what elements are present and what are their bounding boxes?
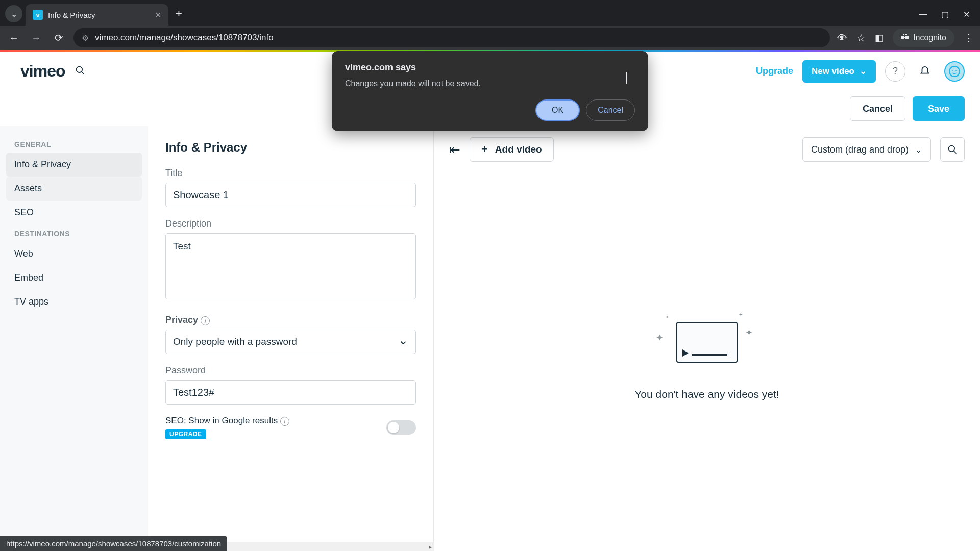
browser-toolbar: ← → ⟳ ⚙ vimeo.com/manage/showcases/10878…: [0, 26, 980, 50]
svg-point-2: [949, 66, 960, 77]
browser-titlebar: ⌄ v Info & Privacy ✕ + ― ▢ ✕: [0, 0, 980, 26]
incognito-label: Incognito: [913, 33, 946, 42]
upgrade-badge[interactable]: UPGRADE: [165, 429, 206, 439]
upgrade-link[interactable]: Upgrade: [756, 66, 793, 77]
sparkle-icon: ✦: [745, 327, 753, 338]
videos-panel: ⇤ + Add video Custom (drag and drop) ⌄ ✦…: [434, 126, 980, 551]
confirm-dialog: vimeo.com says Changes you made will not…: [332, 51, 648, 131]
settings-sidebar: GENERAL Info & Privacy Assets SEO DESTIN…: [0, 126, 148, 551]
add-video-label: Add video: [495, 144, 542, 155]
page-title: Info & Privacy: [165, 140, 416, 155]
seo-toggle-row: SEO: Show in Google results i UPGRADE: [165, 416, 416, 439]
cancel-button[interactable]: Cancel: [850, 96, 905, 121]
svg-point-4: [955, 70, 957, 71]
svg-line-1: [82, 71, 84, 74]
seo-toggle[interactable]: [386, 420, 416, 435]
tab-title: Info & Privacy: [48, 11, 150, 19]
vimeo-favicon: v: [33, 10, 43, 20]
search-icon[interactable]: [75, 65, 85, 78]
new-video-label: New video: [812, 66, 854, 77]
page-content: vimeo Upgrade New video ⌄ ? Cancel Save …: [0, 50, 980, 551]
close-tab-icon[interactable]: ✕: [155, 10, 161, 20]
dialog-title: vimeo.com says: [345, 62, 635, 73]
reload-button[interactable]: ⟳: [51, 32, 66, 44]
title-label: Title: [165, 168, 416, 179]
text-cursor: [626, 72, 627, 84]
sidebar-item-embed[interactable]: Embed: [6, 266, 142, 290]
incognito-icon: 🕶: [901, 33, 909, 42]
main-layout: GENERAL Info & Privacy Assets SEO DESTIN…: [0, 126, 980, 551]
password-input[interactable]: [165, 380, 416, 405]
description-label: Description: [165, 218, 416, 229]
add-video-button[interactable]: + Add video: [470, 137, 554, 162]
save-button[interactable]: Save: [913, 96, 965, 121]
sidebar-section-general: GENERAL: [6, 135, 142, 153]
sort-select[interactable]: Custom (drag and drop) ⌄: [802, 137, 931, 162]
menu-icon[interactable]: ⋮: [964, 32, 974, 44]
chevron-down-icon: ⌄: [11, 9, 17, 19]
dialog-cancel-button[interactable]: Cancel: [586, 99, 635, 121]
sidebar-item-seo[interactable]: SEO: [6, 201, 142, 224]
dialog-ok-button[interactable]: OK: [535, 99, 580, 121]
info-icon[interactable]: i: [201, 316, 210, 325]
empty-illustration: ✦ ✦ • ✦: [656, 312, 758, 373]
sidebar-section-destinations: DESTINATIONS: [6, 224, 142, 242]
tab-search-button[interactable]: ⌄: [5, 5, 22, 22]
incognito-badge[interactable]: 🕶 Incognito: [893, 29, 954, 47]
back-button[interactable]: ←: [6, 32, 21, 44]
privacy-select[interactable]: Only people with a password: [165, 330, 416, 354]
minimize-icon[interactable]: ―: [919, 10, 927, 19]
window-controls: ― ▢ ✕: [919, 10, 975, 19]
sparkle-icon: ✦: [739, 312, 743, 317]
form-panel: Info & Privacy Title Description Test Pr…: [148, 126, 434, 551]
new-tab-button[interactable]: +: [176, 7, 182, 20]
notifications-button[interactable]: [915, 61, 935, 82]
url-text: vimeo.com/manage/showcases/10878703/info: [95, 33, 274, 43]
chevron-down-icon: ⌄: [915, 144, 922, 155]
info-icon[interactable]: i: [280, 417, 289, 426]
title-input[interactable]: [165, 183, 416, 207]
privacy-label-text: Privacy: [165, 315, 198, 325]
side-panel-icon[interactable]: ◧: [875, 32, 884, 43]
privacy-value: Only people with a password: [173, 336, 297, 347]
status-bar: https://vimeo.com/manage/showcases/10878…: [0, 536, 227, 551]
new-video-button[interactable]: New video ⌄: [802, 60, 876, 83]
dialog-message: Changes you made will not be saved.: [345, 79, 635, 88]
svg-point-5: [949, 146, 955, 152]
vimeo-logo[interactable]: vimeo: [20, 62, 65, 81]
address-bar[interactable]: ⚙ vimeo.com/manage/showcases/10878703/in…: [74, 28, 830, 47]
password-label: Password: [165, 365, 416, 376]
description-input[interactable]: Test: [165, 233, 416, 299]
forward-button[interactable]: →: [29, 32, 44, 44]
maximize-icon[interactable]: ▢: [941, 10, 949, 19]
privacy-label: Privacy i: [165, 315, 416, 325]
plus-icon: +: [481, 143, 488, 156]
empty-message: You don't have any videos yet!: [634, 388, 779, 400]
svg-point-3: [952, 70, 953, 71]
search-videos-button[interactable]: [940, 137, 965, 162]
bookmark-icon[interactable]: ☆: [856, 32, 866, 44]
user-avatar[interactable]: [944, 61, 965, 82]
video-frame-icon: [676, 322, 738, 363]
chevron-down-icon: ⌄: [860, 66, 867, 77]
close-window-icon[interactable]: ✕: [963, 10, 970, 19]
seo-toggle-label: SEO: Show in Google results: [165, 416, 278, 425]
browser-tab[interactable]: v Info & Privacy ✕: [26, 4, 168, 26]
collapse-panel-icon[interactable]: ⇤: [449, 142, 460, 158]
sidebar-item-info-privacy[interactable]: Info & Privacy: [6, 153, 142, 177]
sparkle-icon: ✦: [656, 332, 664, 343]
help-button[interactable]: ?: [885, 61, 905, 82]
svg-line-6: [954, 151, 957, 154]
videos-toolbar: ⇤ + Add video Custom (drag and drop) ⌄: [449, 137, 965, 162]
sidebar-item-web[interactable]: Web: [6, 242, 142, 266]
svg-point-0: [77, 66, 83, 72]
sort-value: Custom (drag and drop): [811, 144, 909, 155]
site-settings-icon[interactable]: ⚙: [82, 33, 89, 43]
sidebar-item-tv-apps[interactable]: TV apps: [6, 290, 142, 314]
sidebar-item-assets[interactable]: Assets: [6, 177, 142, 201]
empty-state: ✦ ✦ • ✦ You don't have any videos yet!: [449, 172, 965, 540]
sparkle-icon: •: [666, 314, 668, 320]
incognito-visibility-icon[interactable]: 👁: [837, 32, 847, 44]
